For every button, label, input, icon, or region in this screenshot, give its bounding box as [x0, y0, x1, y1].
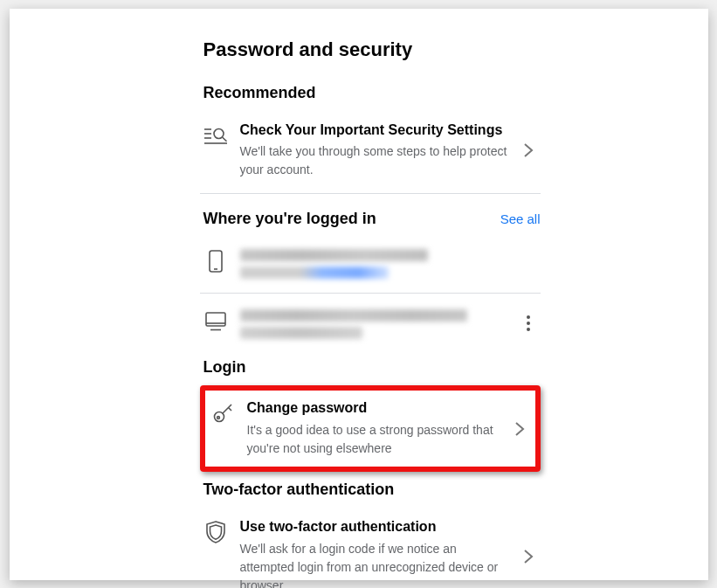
row-subtitle: We'll take you through some steps to hel… — [240, 142, 507, 179]
see-all-link[interactable]: See all — [500, 211, 541, 226]
key-icon — [210, 401, 235, 425]
section-heading-logged-in: Where you're logged in — [203, 210, 376, 228]
content-column: Password and security Recommended Check … — [200, 38, 541, 589]
session-row-desktop[interactable] — [200, 297, 541, 349]
svg-point-11 — [527, 315, 530, 319]
session-details-redacted — [240, 249, 537, 279]
svg-point-13 — [527, 328, 530, 331]
svg-line-4 — [222, 137, 226, 142]
shield-icon — [203, 520, 228, 544]
checkup-icon — [203, 123, 228, 148]
svg-point-15 — [217, 417, 219, 419]
page-title: Password and security — [203, 38, 541, 61]
row-body: Check Your Important Security Settings W… — [240, 121, 507, 180]
chevron-right-icon — [520, 141, 537, 160]
more-options-button[interactable] — [520, 315, 537, 332]
row-body: Change password It's a good idea to use … — [247, 399, 499, 458]
svg-point-3 — [214, 128, 224, 138]
highlight-annotation: Change password It's a good idea to use … — [200, 385, 541, 472]
row-body: Use two-factor authentication We'll ask … — [240, 518, 507, 588]
divider — [200, 193, 541, 194]
row-title: Use two-factor authentication — [240, 518, 507, 536]
row-change-password[interactable]: Change password It's a good idea to use … — [207, 392, 532, 465]
section-heading-recommended: Recommended — [203, 84, 541, 102]
row-two-factor[interactable]: Use two-factor authentication We'll ask … — [200, 508, 541, 588]
row-title: Change password — [247, 399, 499, 418]
session-details-redacted — [240, 309, 507, 339]
desktop-icon — [203, 309, 228, 334]
section-heading-row: Where you're logged in See all — [203, 210, 541, 228]
chevron-right-icon — [520, 547, 537, 566]
row-subtitle: It's a good idea to use a strong passwor… — [247, 421, 499, 458]
chevron-right-icon — [511, 419, 528, 439]
settings-card: Password and security Recommended Check … — [10, 9, 708, 580]
section-heading-two-factor: Two-factor authentication — [203, 481, 541, 499]
row-check-security-settings[interactable]: Check Your Important Security Settings W… — [200, 111, 541, 190]
row-subtitle: We'll ask for a login code if we notice … — [240, 540, 507, 588]
svg-line-17 — [228, 408, 231, 412]
section-heading-login: Login — [203, 358, 541, 377]
phone-icon — [203, 249, 228, 273]
section-logged-in: Where you're logged in See all — [200, 197, 541, 358]
session-row-mobile[interactable] — [200, 237, 541, 289]
svg-point-12 — [527, 322, 530, 325]
row-title: Check Your Important Security Settings — [240, 121, 507, 140]
divider — [200, 293, 541, 294]
